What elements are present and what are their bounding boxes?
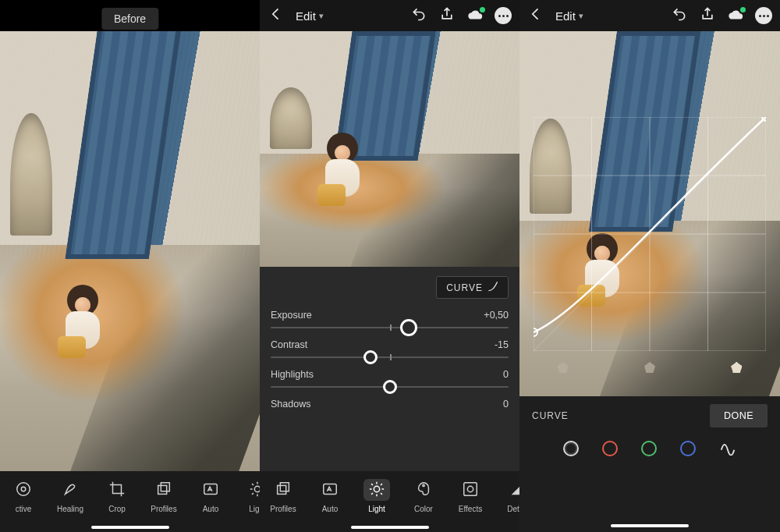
sync-status[interactable]	[466, 9, 484, 22]
edit-menu[interactable]: Edit ▾	[555, 9, 583, 23]
tool-color[interactable]: Color	[400, 477, 447, 515]
curve-footer-area: CURVE DONE	[519, 396, 780, 532]
slider-value: 0	[503, 369, 509, 380]
slider-highlights[interactable]: Highlights 0	[271, 369, 509, 388]
done-button[interactable]: DONE	[710, 404, 768, 427]
tool-label: Auto	[203, 505, 219, 513]
slider-shadows[interactable]: Shadows 0	[271, 399, 509, 410]
auto-icon	[202, 481, 219, 499]
profiles-icon	[155, 481, 172, 499]
light-icon	[368, 481, 385, 499]
cloud-icon	[727, 11, 744, 24]
tool-light[interactable]: Light	[353, 477, 400, 515]
slider-track[interactable]	[271, 327, 509, 328]
tool-label: Light	[249, 505, 260, 513]
tool-light[interactable]: Light	[234, 477, 260, 515]
undo-button[interactable]	[671, 7, 688, 24]
light-icon	[249, 481, 260, 499]
region-handle-shadows[interactable]	[558, 362, 569, 373]
edit-menu[interactable]: Edit ▾	[296, 9, 324, 23]
undo-button[interactable]	[410, 7, 427, 24]
tool-label: Auto	[322, 505, 339, 513]
region-handle-midtones[interactable]	[644, 362, 655, 373]
selective-icon	[15, 481, 32, 499]
undo-icon	[411, 6, 427, 25]
svg-rect-3	[161, 483, 169, 491]
home-indicator[interactable]	[611, 524, 689, 527]
slider-value: 0	[503, 399, 509, 410]
slider-thumb[interactable]	[363, 350, 378, 364]
tone-curve-overlay[interactable]	[534, 117, 766, 351]
svg-rect-2	[158, 485, 167, 494]
topbar: Edit ▾	[260, 0, 519, 31]
before-badge: Before	[101, 8, 158, 30]
slider-track[interactable]	[271, 386, 509, 388]
svg-rect-7	[278, 485, 286, 494]
bottom-toolbar[interactable]: Profiles Auto Light Color Effects Detail…	[260, 471, 519, 532]
channel-green[interactable]	[641, 441, 657, 456]
auto-icon	[321, 481, 339, 499]
home-indicator[interactable]	[91, 526, 169, 529]
slider-zero-mark	[390, 354, 392, 360]
tool-auto[interactable]: Auto	[187, 477, 234, 515]
sync-ok-indicator	[740, 7, 746, 12]
svg-rect-8	[280, 483, 289, 491]
channel-luminance[interactable]	[563, 441, 579, 456]
channel-red[interactable]	[602, 441, 618, 456]
curve-button[interactable]: CURVE	[436, 276, 509, 299]
svg-point-11	[423, 484, 424, 486]
slider-track[interactable]	[271, 356, 509, 358]
slider-value: +0,50	[484, 310, 509, 321]
chevron-left-icon	[528, 6, 544, 25]
tool-profiles[interactable]: Profiles	[140, 477, 187, 515]
undo-icon	[672, 6, 687, 25]
tool-healing[interactable]: Healing	[47, 477, 94, 515]
share-icon	[439, 6, 455, 25]
screenshot-before-view: Before ctive Healing Crop Profiles Auto …	[0, 0, 260, 532]
sync-status[interactable]	[727, 9, 744, 22]
tool-label: Profiles	[151, 505, 176, 513]
tool-auto[interactable]: Auto	[307, 477, 353, 515]
channel-selector	[532, 438, 768, 459]
region-split-handles[interactable]	[519, 357, 780, 378]
slider-zero-mark	[390, 325, 392, 331]
tool-label: Effects	[459, 505, 482, 513]
curve-icon	[488, 281, 498, 294]
more-button[interactable]	[755, 7, 772, 24]
back-button[interactable]	[527, 7, 544, 24]
share-icon	[700, 6, 715, 25]
photo-preview[interactable]	[260, 31, 519, 267]
profiles-icon	[275, 481, 292, 499]
chevron-down-icon: ▾	[579, 11, 583, 21]
slider-thumb[interactable]	[400, 319, 417, 336]
cloud-icon	[466, 11, 484, 24]
tool-label: Light	[368, 505, 385, 513]
slider-exposure[interactable]: Exposure +0,50	[271, 310, 509, 328]
tool-label: Color	[414, 505, 433, 513]
photo-preview[interactable]	[0, 0, 260, 471]
tool-detail[interactable]: Detail	[494, 477, 519, 515]
tool-profiles[interactable]: Profiles	[260, 477, 307, 515]
region-handle-highlights[interactable]	[731, 362, 742, 373]
effects-icon	[462, 481, 479, 499]
share-button[interactable]	[699, 7, 716, 24]
more-button[interactable]	[495, 7, 512, 24]
slider-label: Exposure	[271, 310, 312, 321]
wave-icon	[719, 445, 736, 458]
chevron-down-icon: ▾	[319, 11, 324, 21]
home-indicator[interactable]	[351, 526, 429, 529]
slider-thumb[interactable]	[383, 380, 397, 394]
back-button[interactable]	[268, 7, 285, 24]
parametric-curve-button[interactable]	[719, 438, 736, 459]
share-button[interactable]	[438, 7, 456, 24]
tool-selective[interactable]: ctive	[0, 477, 47, 515]
tool-crop[interactable]: Crop	[94, 477, 140, 515]
edit-label-text: Edit	[555, 9, 576, 23]
slider-label: Shadows	[271, 399, 310, 410]
tool-effects[interactable]: Effects	[447, 477, 494, 515]
svg-rect-12	[464, 483, 477, 496]
edit-label-text: Edit	[296, 9, 316, 23]
slider-contrast[interactable]: Contrast -15	[271, 339, 509, 358]
channel-blue[interactable]	[680, 441, 696, 456]
bottom-toolbar[interactable]: ctive Healing Crop Profiles Auto Light C…	[0, 471, 260, 532]
